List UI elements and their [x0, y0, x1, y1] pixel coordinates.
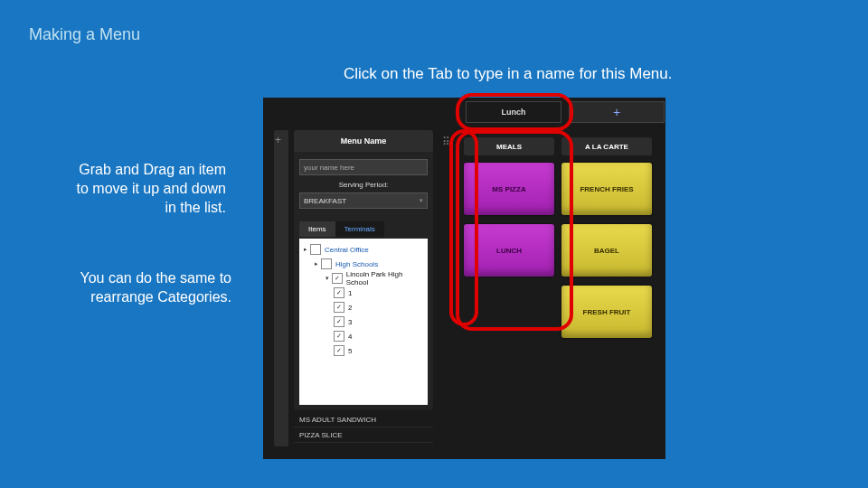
- add-icon[interactable]: +: [275, 134, 281, 146]
- tree-node-central[interactable]: ▸ Central Office: [301, 242, 426, 257]
- expand-icon[interactable]: ▸: [312, 260, 321, 267]
- tree-node-school[interactable]: ▾ Lincoln Park High School: [301, 271, 426, 286]
- serving-period-value: BREAKFAST: [304, 197, 346, 205]
- tab-add[interactable]: +: [569, 101, 665, 123]
- menu-tabs: Lunch +: [466, 98, 665, 123]
- checkbox[interactable]: [334, 302, 344, 313]
- checkbox[interactable]: [321, 258, 332, 269]
- tree-leaf[interactable]: 3: [301, 314, 426, 329]
- list-item[interactable]: PIZZA SLICE: [294, 427, 433, 443]
- instruction-drag: Grab and Drag an item to move it up and …: [72, 161, 226, 217]
- subtab-terminals[interactable]: Terminals: [335, 221, 384, 237]
- subtab-items[interactable]: Items: [299, 221, 335, 237]
- tree-leaf[interactable]: 2: [301, 300, 426, 314]
- menu-editor-app: Lunch + + ⠿ Menu Name your name here Ser…: [263, 98, 665, 459]
- tile-ms-pizza[interactable]: MS PIZZA: [464, 163, 554, 215]
- menu-name-input[interactable]: your name here: [299, 159, 428, 175]
- menu-settings-panel: Menu Name your name here Serving Period:…: [294, 130, 433, 410]
- tile-fruit[interactable]: FRESH FRUIT: [561, 286, 652, 338]
- checkbox[interactable]: [334, 316, 344, 327]
- terminals-tree: ▸ Central Office ▸ High Schools ▾ Lincol…: [299, 239, 428, 405]
- serving-period-select[interactable]: BREAKFAST ▾: [299, 192, 428, 209]
- item-list: MS ADULT SANDWICH PIZZA SLICE: [294, 412, 433, 443]
- tree-leaf[interactable]: 4: [301, 329, 426, 343]
- expand-icon[interactable]: ▾: [323, 275, 332, 282]
- category-meals[interactable]: MEALS: [464, 137, 554, 155]
- panel-heading: Menu Name: [294, 130, 433, 152]
- tree-node-highschools[interactable]: ▸ High Schools: [301, 257, 426, 271]
- tile-bagel[interactable]: BAGEL: [561, 224, 652, 277]
- checkbox[interactable]: [310, 244, 321, 255]
- drag-handle-icon[interactable]: ⠿: [442, 136, 450, 148]
- instruction-top: Click on the Tab to type in a name for t…: [344, 65, 673, 83]
- tile-fries[interactable]: FRENCH FRIES: [561, 163, 652, 215]
- tree-leaf[interactable]: 5: [301, 343, 426, 358]
- category-alacarte[interactable]: A LA CARTE: [561, 137, 652, 155]
- serving-period-label: Serving Period:: [299, 181, 428, 189]
- tree-leaf[interactable]: 1: [301, 286, 426, 300]
- tab-menu-name[interactable]: Lunch: [466, 101, 561, 123]
- chevron-down-icon: ▾: [420, 197, 423, 204]
- checkbox[interactable]: [334, 331, 344, 342]
- checkbox[interactable]: [334, 287, 344, 298]
- tile-lunch[interactable]: LUNCH: [464, 224, 554, 277]
- instruction-categories: You can do the same to rearrange Categor…: [63, 269, 231, 307]
- vertical-rail: [274, 130, 288, 446]
- expand-icon[interactable]: ▸: [301, 246, 310, 253]
- list-item[interactable]: MS ADULT SANDWICH: [294, 412, 433, 427]
- subtabs: Items Terminals: [299, 221, 428, 237]
- checkbox[interactable]: [332, 273, 343, 284]
- checkbox[interactable]: [334, 345, 344, 356]
- slide-title: Making a Menu: [29, 25, 140, 44]
